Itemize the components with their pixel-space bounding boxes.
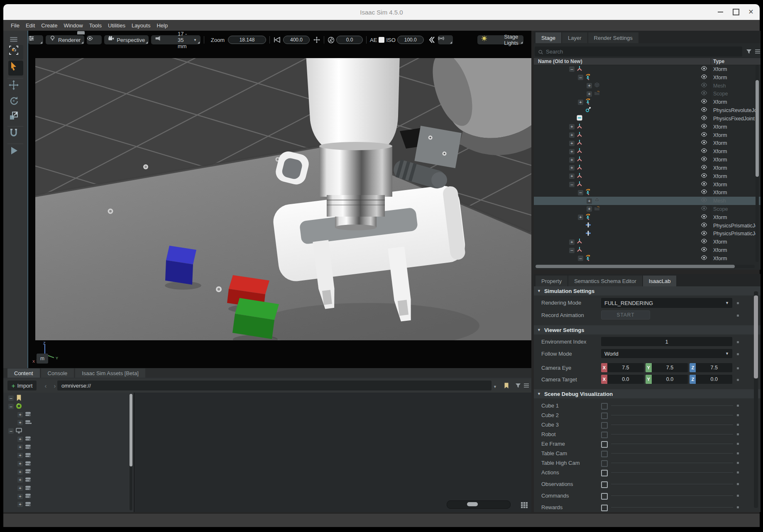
property-link-dot[interactable] (737, 414, 739, 416)
play-button[interactable] (8, 145, 23, 160)
stage-tree-row[interactable]: panda_joint1 PhysicsRevoluteJoint (534, 106, 761, 115)
section-simulation-settings[interactable]: ▼ Simulation Settings (534, 286, 761, 295)
expand-toggle[interactable] (17, 412, 23, 417)
axis-value-input[interactable]: 0.0 (696, 375, 732, 384)
debug-checkbox[interactable] (601, 422, 608, 429)
tab-content[interactable]: Content (7, 368, 40, 378)
property-link-dot[interactable] (737, 506, 739, 508)
menu-utilities[interactable]: Utilities (108, 22, 125, 29)
debug-checkbox[interactable] (601, 470, 608, 476)
stage-tree-row[interactable]: panda_link0 Xform (534, 65, 761, 73)
expand-toggle[interactable] (8, 395, 14, 401)
property-link-dot[interactable] (737, 462, 739, 464)
expand-toggle[interactable] (578, 100, 583, 105)
property-link-dot[interactable] (737, 424, 739, 426)
menu-file[interactable]: File (11, 22, 20, 29)
stage-tree-row[interactable]: panda_link0 Mesh (534, 82, 761, 90)
expand-toggle[interactable] (17, 486, 23, 491)
expand-toggle[interactable] (587, 83, 592, 88)
stage-tree-row[interactable]: visuals Xform (534, 254, 761, 263)
tab-stage[interactable]: Stage (536, 32, 561, 43)
property-link-dot[interactable] (737, 443, 739, 445)
expand-toggle[interactable] (17, 502, 23, 507)
property-vertical-scrollbar[interactable] (754, 291, 758, 508)
file-tree-row[interactable]: /etc/resolv.conf (3, 476, 134, 484)
viewport-tab-notch[interactable] (77, 31, 85, 34)
aperture-field[interactable]: 0.0 (336, 36, 363, 44)
environment-index-input[interactable]: 1 (601, 337, 732, 346)
move-tool[interactable] (8, 80, 23, 95)
view-options-icon[interactable] (523, 382, 530, 389)
rendering-mode-dropdown[interactable]: FULL_RENDERING▼ (601, 298, 732, 308)
file-tree-row[interactable]: /root/.Xauthority (3, 484, 134, 493)
menu-help[interactable]: Help (157, 22, 168, 29)
stage-tree-row[interactable]: panda_rightfinger Xform (534, 246, 761, 254)
file-tree-row[interactable]: /isaac-sim/kit/cache (3, 500, 134, 509)
file-tree-row[interactable]: localhost (3, 410, 134, 419)
expand-toggle[interactable] (569, 124, 575, 129)
file-tree-row[interactable]: Add New Connection ... (3, 419, 134, 427)
bookmark-icon[interactable] (503, 382, 510, 389)
axis-value-input[interactable]: 7.5 (607, 363, 644, 372)
expand-toggle[interactable] (578, 215, 583, 220)
tab-layer[interactable]: Layer (562, 32, 587, 43)
viewport-settings-button[interactable] (28, 35, 43, 44)
expand-toggle[interactable] (17, 477, 23, 483)
expand-toggle[interactable] (17, 494, 23, 499)
expand-toggle[interactable] (578, 256, 583, 261)
expand-toggle[interactable] (569, 141, 575, 146)
property-link-dot[interactable] (737, 353, 739, 355)
axis-value-input[interactable]: 7.5 (652, 363, 688, 372)
stage-tree-row[interactable]: panda_link7 Xform (534, 172, 761, 181)
expand-toggle[interactable] (17, 461, 23, 466)
stage-tree-row[interactable]: rootJoint PhysicsFixedJoint (534, 115, 761, 123)
stage-tree-row[interactable]: panda_link1 Xform (534, 123, 761, 131)
stage-tree-row[interactable]: visuals Xform (534, 188, 761, 197)
expand-toggle[interactable] (569, 149, 575, 154)
property-link-dot[interactable] (737, 341, 739, 343)
grid-view-icon[interactable] (521, 502, 528, 508)
expand-toggle[interactable] (8, 404, 14, 409)
thumbnail-size-slider[interactable] (447, 500, 511, 509)
axis-value-input[interactable]: 7.5 (696, 363, 732, 372)
property-link-dot[interactable] (737, 405, 739, 407)
camera-button[interactable]: Perspective (104, 35, 149, 44)
tab-semantics-schema-editor[interactable]: Semantics Schema Editor (568, 276, 642, 286)
stage-tree-row[interactable]: Looks Scope (534, 90, 761, 98)
debug-checkbox[interactable] (601, 493, 608, 500)
tab-isaac-sim-assets[interactable]: Isaac Sim Assets [Beta] (75, 368, 145, 378)
expand-toggle[interactable] (17, 453, 23, 458)
stage-tree-row[interactable]: panda_hand Mesh (534, 197, 761, 205)
visibility-eye-button[interactable] (87, 35, 102, 44)
expand-toggle[interactable] (587, 91, 592, 97)
iso-field[interactable]: 100.0 (397, 36, 424, 44)
selection-mode-tool[interactable] (8, 45, 23, 60)
stage-tree-row[interactable]: Looks Scope (534, 205, 761, 213)
minimize-button[interactable] (714, 4, 726, 20)
property-link-dot[interactable] (737, 483, 739, 485)
expand-toggle[interactable] (569, 157, 575, 163)
menu-tools[interactable]: Tools (89, 22, 102, 29)
stage-tree-row[interactable]: panda_link5 Xform (534, 156, 761, 164)
stage-tree-row[interactable]: panda_hand Xform (534, 181, 761, 189)
tab-render-settings[interactable]: Render Settings (588, 32, 638, 43)
expand-toggle[interactable] (17, 420, 23, 425)
debug-checkbox[interactable] (601, 451, 608, 457)
stage-tree-row[interactable]: visuals Xform (534, 73, 761, 82)
file-tree-row[interactable]: / (3, 443, 134, 451)
property-link-dot[interactable] (737, 471, 739, 473)
menu-layouts[interactable]: Layouts (132, 22, 151, 29)
tab-isaaclab[interactable]: IsaacLab (643, 276, 677, 286)
file-tree-row[interactable]: Omniverse (3, 403, 134, 411)
expand-toggle[interactable] (578, 75, 583, 80)
expand-toggle[interactable] (569, 66, 575, 72)
expand-toggle[interactable] (569, 239, 575, 245)
axis-value-input[interactable]: 0.0 (607, 375, 644, 384)
content-files-area[interactable] (135, 393, 531, 512)
path-dropdown-icon[interactable]: ▼ (493, 382, 500, 389)
stage-tree-row[interactable]: panda_link4 Xform (534, 147, 761, 156)
back-button[interactable]: ‹ (42, 381, 50, 390)
follow-mode-dropdown[interactable]: World▼ (601, 349, 732, 358)
stage-tree-row[interactable]: collisions Xform (534, 98, 761, 106)
stage-tree-row[interactable]: panda_finger_joint2 PhysicsPrismaticJoin… (534, 230, 761, 238)
